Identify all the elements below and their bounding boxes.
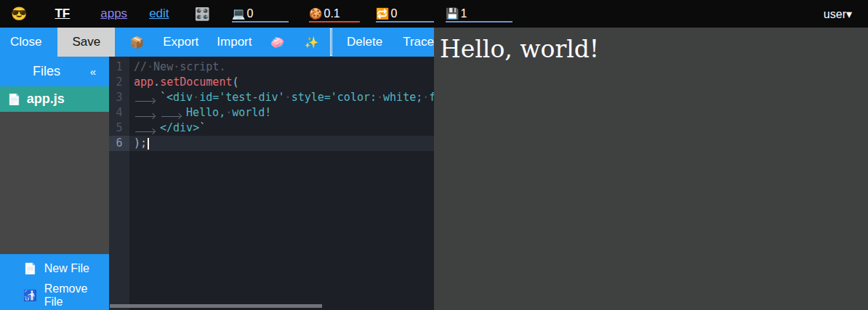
sparkles-icon[interactable]: ✨: [304, 36, 318, 49]
repeat-icon: 🔁: [376, 7, 390, 20]
app-window: 😎 TF apps edit 🎛️ 💻 0 🍪 0.1 🔁 0 💾 1 user…: [0, 0, 868, 310]
editor-toolbar: Close Save 📦 Export Import 🧼 ✨ Delete Tr…: [0, 28, 434, 57]
cookie-stat-field[interactable]: 🍪 0.1: [309, 5, 360, 23]
user-menu[interactable]: user▾: [824, 7, 852, 21]
file-item-label: app.js: [27, 91, 65, 107]
export-button[interactable]: Export: [163, 35, 198, 49]
app-preview-pane: Hello, world!: [434, 28, 868, 310]
code-line: 1//·New·script.: [109, 60, 434, 75]
remove-file-button[interactable]: 🚮 Remove File: [0, 283, 109, 308]
floppy-disk-icon: 💾: [446, 7, 459, 20]
files-panel-title: Files: [33, 64, 60, 79]
empty-toolbar-box[interactable]: [330, 28, 332, 56]
line-number: 5: [109, 121, 129, 136]
repeat-stat-field[interactable]: 🔁 0: [376, 5, 434, 23]
code-text: app.setDocument(: [129, 75, 434, 90]
control-knobs-icon[interactable]: 🎛️: [195, 7, 210, 22]
soap-icon[interactable]: 🧼: [270, 36, 285, 49]
code-line: 3`<div·id='test-div'·style='color:·white…: [109, 90, 434, 105]
collapse-panel-icon[interactable]: «: [90, 65, 96, 78]
code-text: );: [129, 136, 434, 151]
laptop-stat-field[interactable]: 💻 0: [232, 5, 289, 23]
document-icon: 📄: [7, 93, 21, 106]
files-list-empty-area: [0, 112, 109, 254]
horizontal-scrollbar-thumb[interactable]: [110, 304, 322, 308]
remove-file-label: Remove File: [44, 282, 109, 309]
text-cursor: [148, 138, 149, 150]
topbar: 😎 TF apps edit 🎛️ 💻 0 🍪 0.1 🔁 0 💾 1 user…: [0, 0, 868, 28]
import-button[interactable]: Import: [217, 35, 252, 49]
floppy-stat-value: 1: [460, 7, 467, 20]
close-button[interactable]: Close: [10, 35, 41, 49]
new-file-button[interactable]: 📄 New File: [0, 256, 109, 281]
code-line: 5</div>`: [109, 121, 434, 136]
litter-bin-icon: 🚮: [23, 289, 37, 302]
repeat-stat-value: 0: [390, 7, 397, 20]
code-line: 4Hello,·world!: [109, 105, 434, 121]
new-file-label: New File: [44, 262, 89, 275]
line-number: 1: [109, 60, 129, 75]
cookie-stat-value: 0.1: [324, 7, 339, 20]
sunglasses-face-icon: 😎: [11, 6, 27, 22]
file-item-appjs[interactable]: 📄 app.js: [0, 86, 109, 112]
files-panel: Files « 📄 app.js 📄 New File 🚮 Remove Fil…: [0, 57, 109, 310]
code-lines: 1//·New·script.2app.setDocument(3`<div·i…: [109, 57, 434, 151]
code-editor[interactable]: 1//·New·script.2app.setDocument(3`<div·i…: [109, 57, 434, 310]
code-line: 2app.setDocument(: [109, 75, 434, 90]
files-panel-header: Files «: [0, 57, 109, 86]
code-line: 6);: [109, 136, 434, 151]
files-panel-footer: 📄 New File 🚮 Remove File: [0, 254, 109, 310]
code-text: </div>`: [129, 121, 434, 136]
save-button[interactable]: Save: [57, 28, 115, 57]
floppy-stat-field[interactable]: 💾 1: [446, 5, 513, 23]
laptop-stat-value: 0: [246, 7, 253, 20]
line-number: 3: [109, 90, 129, 105]
line-number: 4: [109, 105, 129, 121]
cookie-icon: 🍪: [309, 7, 323, 20]
code-text: Hello,·world!: [129, 105, 434, 121]
laptop-icon: 💻: [232, 7, 246, 20]
code-text: //·New·script.: [129, 60, 434, 75]
preview-heading: Hello, world!: [434, 28, 868, 63]
trace-button[interactable]: Trace: [403, 35, 434, 49]
code-text: `<div·id='test-div'·style='color:·white;…: [129, 90, 434, 105]
line-number: 2: [109, 75, 129, 90]
line-number: 6: [109, 136, 129, 151]
nav-link-edit[interactable]: edit: [149, 7, 169, 21]
delete-button[interactable]: Delete: [347, 35, 382, 49]
nav-link-apps[interactable]: apps: [100, 7, 127, 21]
nav-link-tf[interactable]: TF: [55, 7, 70, 21]
page-icon: 📄: [23, 262, 37, 275]
package-icon[interactable]: 📦: [129, 36, 144, 49]
